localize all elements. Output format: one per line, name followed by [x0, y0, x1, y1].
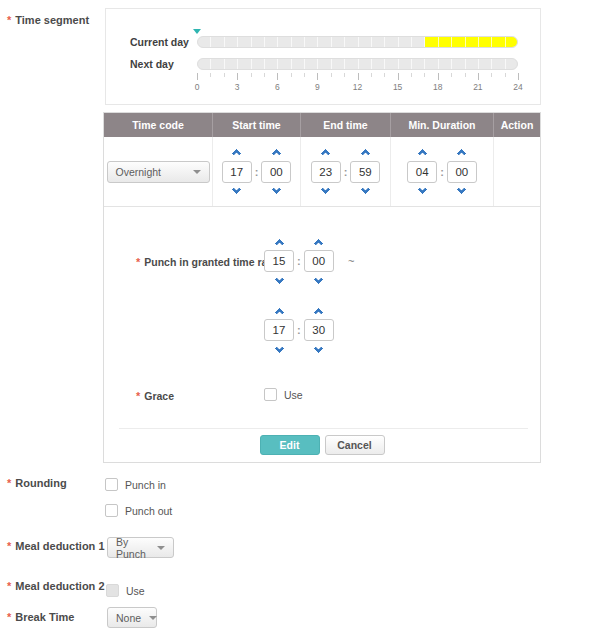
axis-tick-label: 15: [386, 82, 410, 92]
grace-use-checkbox[interactable]: [264, 388, 277, 401]
axis-minor-tick: [264, 73, 265, 77]
chevron-down-icon: [193, 170, 201, 174]
timeline-hour-grid: [198, 37, 517, 47]
axis-minor-tick: [210, 73, 211, 77]
range-to-hour-decrement-button[interactable]: [270, 345, 289, 356]
required-marker: *: [136, 256, 140, 268]
col-header-action: Action: [494, 113, 540, 137]
range-to-hour-input[interactable]: 17: [264, 319, 294, 341]
time-code-dropdown[interactable]: Overnight: [107, 161, 210, 183]
col-header-start-time: Start time: [213, 113, 301, 137]
axis-minor-tick: [451, 73, 452, 77]
axis-major-tick: [438, 73, 439, 80]
table-header-row: Time code Start time End time Min. Durat…: [104, 113, 540, 137]
rounding-punch-in-checkbox[interactable]: [105, 478, 118, 491]
chevron-down-icon: [417, 185, 427, 195]
axis-minor-tick: [491, 73, 492, 77]
chevron-up-icon: [314, 238, 324, 248]
end-minute-input[interactable]: 59: [350, 161, 380, 183]
duration-minute-increment-button[interactable]: [452, 146, 471, 157]
meal-deduction-1-field-label: *Meal deduction 1: [7, 540, 105, 552]
duration-minute-decrement-button[interactable]: [452, 187, 471, 198]
end-time-spinner: 23 : 59: [311, 146, 381, 198]
grace-label: *Grace: [136, 390, 174, 402]
break-time-dropdown[interactable]: None: [107, 607, 157, 628]
min-duration-spinner: 04 : 00: [407, 146, 477, 198]
time-segment-field-label: *Time segment: [7, 14, 89, 26]
range-from-minute-decrement-button[interactable]: [309, 276, 328, 287]
range-to-minute-increment-button[interactable]: [309, 304, 328, 315]
axis-major-tick: [197, 73, 198, 80]
chevron-up-icon: [232, 149, 242, 159]
end-hour-increment-button[interactable]: [316, 146, 335, 157]
time-segment-table: Time code Start time End time Min. Durat…: [103, 112, 541, 463]
axis-tick-label: 18: [426, 82, 450, 92]
end-minute-increment-button[interactable]: [356, 146, 375, 157]
chevron-up-icon: [417, 149, 427, 159]
segment-detail-form: *Punch in granted time range 15 : 00: [104, 207, 540, 464]
axis-tick-label: 0: [185, 82, 209, 92]
start-minute-decrement-button[interactable]: [267, 187, 286, 198]
chevron-down-icon: [457, 185, 467, 195]
timeline-row-label-next-day: Next day: [130, 58, 174, 70]
rounding-field-label: *Rounding: [7, 477, 67, 489]
required-marker: *: [7, 611, 11, 623]
start-hour-increment-button[interactable]: [227, 146, 246, 157]
end-hour-input[interactable]: 23: [311, 161, 341, 183]
range-to-minute-decrement-button[interactable]: [309, 345, 328, 356]
axis-major-tick: [277, 73, 278, 80]
range-to-hour-increment-button[interactable]: [270, 304, 289, 315]
axis-minor-tick: [505, 73, 506, 77]
punch-in-range-from-spinner: 15 : 00: [264, 235, 334, 287]
col-header-end-time: End time: [301, 113, 391, 137]
break-time-field-label: *Break Time: [7, 611, 74, 623]
range-from-minute-input[interactable]: 00: [304, 250, 334, 272]
duration-hour-increment-button[interactable]: [413, 146, 432, 157]
chevron-down-icon: [232, 185, 242, 195]
axis-tick-label: 6: [265, 82, 289, 92]
axis-tick-label: 3: [225, 82, 249, 92]
timeline-panel: Current day Next day 03691215182124: [105, 8, 541, 105]
axis-tick-label: 24: [506, 82, 530, 92]
duration-hour-input[interactable]: 04: [407, 161, 437, 183]
meal-deduction-1-dropdown[interactable]: By Punch: [107, 537, 174, 558]
timeline-row-label-current-day: Current day: [130, 36, 189, 48]
axis-minor-tick: [304, 73, 305, 77]
table-row: Overnight 17 : 00: [104, 137, 540, 207]
axis-major-tick: [358, 73, 359, 80]
chevron-down-icon: [149, 616, 157, 620]
end-minute-decrement-button[interactable]: [356, 187, 375, 198]
start-hour-input[interactable]: 17: [222, 161, 252, 183]
col-header-time-code: Time code: [104, 113, 213, 137]
edit-button[interactable]: Edit: [260, 435, 320, 455]
chevron-down-icon: [274, 343, 284, 353]
chevron-down-icon: [274, 274, 284, 284]
form-divider: [119, 428, 528, 429]
axis-minor-tick: [371, 73, 372, 77]
axis-minor-tick: [384, 73, 385, 77]
axis-minor-tick: [344, 73, 345, 77]
rounding-punch-out-checkbox[interactable]: [105, 504, 118, 517]
end-hour-decrement-button[interactable]: [316, 187, 335, 198]
range-from-minute-increment-button[interactable]: [309, 235, 328, 246]
required-marker: *: [7, 477, 11, 489]
axis-major-tick: [237, 73, 238, 80]
chevron-down-icon: [321, 185, 331, 195]
range-to-minute-input[interactable]: 30: [304, 319, 334, 341]
start-hour-decrement-button[interactable]: [227, 187, 246, 198]
required-marker: *: [7, 580, 11, 592]
required-marker: *: [136, 390, 140, 402]
chevron-down-icon: [271, 185, 281, 195]
axis-minor-tick: [224, 73, 225, 77]
start-minute-increment-button[interactable]: [267, 146, 286, 157]
cancel-button[interactable]: Cancel: [325, 435, 385, 455]
meal-deduction-2-use-checkbox[interactable]: [106, 584, 119, 597]
meal-deduction-2-use-label: Use: [126, 585, 145, 597]
range-from-hour-increment-button[interactable]: [270, 235, 289, 246]
duration-minute-input[interactable]: 00: [447, 161, 477, 183]
axis-minor-tick: [331, 73, 332, 77]
duration-hour-decrement-button[interactable]: [413, 187, 432, 198]
range-from-hour-input[interactable]: 15: [264, 250, 294, 272]
start-minute-input[interactable]: 00: [261, 161, 291, 183]
range-from-hour-decrement-button[interactable]: [270, 276, 289, 287]
